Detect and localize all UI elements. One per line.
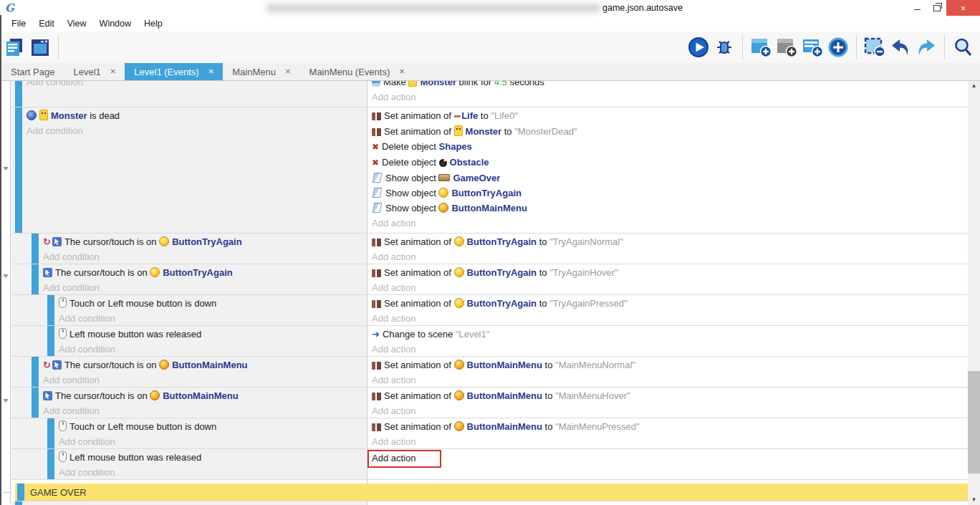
comment-row[interactable]: GAME OVER bbox=[15, 484, 968, 501]
condition-instruction[interactable]: ↻The cursor/touch is on ButtonMainMenu bbox=[43, 357, 367, 372]
event-indent-bar[interactable] bbox=[15, 501, 22, 505]
tab-start-page[interactable]: Start Page bbox=[1, 63, 64, 80]
event-indent-bar[interactable] bbox=[47, 326, 54, 356]
condition-instruction[interactable]: Left mouse button was released bbox=[59, 450, 367, 465]
tab-level1-events[interactable]: Level1 (Events)× bbox=[125, 63, 223, 80]
tab-close-icon[interactable]: × bbox=[285, 63, 291, 80]
tab-close-icon[interactable]: × bbox=[208, 63, 214, 80]
tab-level1[interactable]: Level1× bbox=[64, 63, 125, 80]
add-action-button[interactable]: Add action bbox=[372, 90, 968, 105]
parameter-value: "MonsterDead" bbox=[514, 126, 577, 137]
action-instruction[interactable]: Set animation of ButtonMainMenu to "Main… bbox=[372, 419, 968, 434]
scroll-up-icon[interactable]: ▲ bbox=[968, 80, 980, 91]
add-condition-button[interactable]: Add condition bbox=[43, 403, 367, 418]
action-instruction[interactable]: Set animation of ButtonTryAgain to "TryA… bbox=[372, 265, 968, 280]
tab-label: MainMenu (Events) bbox=[309, 67, 390, 77]
coin-icon bbox=[454, 267, 464, 277]
condition-instruction[interactable]: The cursor/touch is on ButtonMainMenu bbox=[43, 388, 367, 403]
add-condition-button[interactable]: Add condition bbox=[27, 80, 367, 90]
scene-editor-button[interactable] bbox=[27, 34, 53, 61]
add-condition-button[interactable]: Add condition bbox=[59, 434, 367, 448]
remove-event-button[interactable] bbox=[862, 34, 888, 61]
add-action-button[interactable]: Add action bbox=[372, 216, 968, 231]
tab-close-icon[interactable]: × bbox=[110, 63, 116, 80]
scene-icon: ➔ bbox=[372, 327, 380, 342]
menu-item-help[interactable]: Help bbox=[138, 16, 169, 32]
action-instruction[interactable]: ➔Change to scene "Level1" bbox=[372, 327, 968, 342]
menu-item-edit[interactable]: Edit bbox=[32, 16, 61, 32]
action-instruction[interactable]: Show object ButtonMainMenu bbox=[372, 201, 968, 216]
add-action-button[interactable]: Add action bbox=[372, 342, 968, 357]
event-indent-bar[interactable] bbox=[32, 264, 39, 294]
tab-mainmenu-events[interactable]: MainMenu (Events)× bbox=[300, 63, 414, 80]
condition-instruction[interactable]: The cursor/touch is on ButtonTryAgain bbox=[43, 265, 367, 280]
action-instruction[interactable]: Set animation of ButtonTryAgain to "TryA… bbox=[372, 234, 968, 249]
tab-close-icon[interactable]: × bbox=[399, 63, 405, 80]
minimize-button[interactable] bbox=[908, 0, 927, 16]
add-action-button[interactable]: Add action bbox=[372, 280, 968, 295]
undo-button[interactable] bbox=[888, 34, 913, 61]
maximize-button[interactable] bbox=[927, 0, 946, 16]
add-event-button[interactable] bbox=[748, 34, 774, 61]
action-instruction[interactable]: Set animation of •••Life to "Life0" bbox=[372, 108, 968, 124]
menu-item-window[interactable]: Window bbox=[93, 16, 138, 32]
event-indent-bar[interactable] bbox=[47, 449, 54, 479]
action-instruction[interactable]: ✖Delete object Shapes bbox=[372, 139, 968, 155]
collapse-arrow-icon[interactable] bbox=[3, 274, 9, 278]
action-instruction[interactable]: Set animation of ButtonMainMenu to "Main… bbox=[372, 357, 968, 372]
action-instruction[interactable]: Set animation of Monster to "MonsterDead… bbox=[372, 124, 968, 139]
action-instruction[interactable]: Set animation of ButtonMainMenu to "Main… bbox=[372, 388, 968, 403]
add-condition-button[interactable]: Add condition bbox=[43, 280, 367, 294]
vertical-scrollbar[interactable]: ▲ ▼ bbox=[968, 80, 980, 505]
event-indent-bar[interactable] bbox=[47, 418, 54, 448]
add-action-button[interactable]: Add action bbox=[372, 434, 968, 449]
condition-instruction[interactable]: ↻The cursor/touch is on ButtonTryAgain bbox=[43, 234, 367, 249]
coin2-icon bbox=[150, 390, 160, 400]
add-action-button[interactable]: Add action bbox=[372, 311, 968, 326]
add-comment-button[interactable] bbox=[799, 34, 825, 61]
action-instruction[interactable]: Make Monster blink for 4.5 seconds bbox=[372, 80, 968, 90]
action-instruction[interactable]: Show object ButtonTryAgain bbox=[372, 186, 968, 201]
event-indent-bar[interactable] bbox=[17, 484, 24, 501]
event-indent-bar[interactable] bbox=[32, 357, 39, 387]
collapse-arrow-icon[interactable] bbox=[3, 167, 9, 170]
event-indent-bar[interactable] bbox=[47, 295, 54, 325]
close-button[interactable]: × bbox=[946, 0, 980, 16]
add-condition-button[interactable]: Add condition bbox=[27, 123, 367, 138]
add-action-highlight-box[interactable]: Add action bbox=[368, 450, 441, 468]
condition-instruction[interactable]: Touch or Left mouse button is down bbox=[59, 296, 367, 311]
toolbar-separator bbox=[856, 35, 857, 59]
scrollbar-thumb[interactable] bbox=[968, 371, 980, 473]
add-condition-button[interactable]: Add condition bbox=[59, 465, 367, 479]
add-item-button[interactable] bbox=[825, 34, 851, 61]
add-action-button[interactable]: Add action bbox=[372, 249, 968, 264]
redo-button[interactable] bbox=[913, 34, 939, 61]
menu-item-view[interactable]: View bbox=[61, 16, 93, 32]
add-condition-button[interactable]: Add condition bbox=[59, 342, 367, 356]
scroll-down-icon[interactable]: ▼ bbox=[968, 494, 980, 505]
event-indent-bar[interactable] bbox=[15, 107, 22, 233]
preview-play-button[interactable] bbox=[686, 34, 711, 61]
action-instruction[interactable]: ✖Delete object Obstacle bbox=[372, 155, 968, 170]
tab-mainmenu[interactable]: MainMenu× bbox=[223, 63, 299, 80]
add-subevent-button[interactable] bbox=[774, 34, 799, 61]
add-action-button[interactable]: Add action bbox=[372, 450, 968, 468]
event-indent-bar[interactable] bbox=[32, 388, 39, 418]
condition-instruction[interactable]: Monster is dead bbox=[27, 108, 367, 123]
condition-instruction[interactable]: Touch or Left mouse button is down bbox=[59, 419, 367, 434]
action-instruction[interactable]: Set animation of ButtonTryAgain to "TryA… bbox=[372, 296, 968, 311]
event-indent-bar[interactable] bbox=[32, 234, 39, 264]
action-instruction[interactable]: Show object GameOver bbox=[372, 170, 968, 186]
add-action-button[interactable]: Add action bbox=[372, 372, 968, 388]
add-condition-button[interactable]: Add condition bbox=[43, 249, 367, 264]
add-condition-button[interactable]: Add condition bbox=[59, 311, 367, 325]
event-indent-bar[interactable] bbox=[15, 80, 22, 107]
add-condition-button[interactable]: Add condition bbox=[43, 372, 367, 387]
collapse-arrow-icon[interactable] bbox=[3, 399, 9, 403]
condition-instruction[interactable]: Left mouse button was released bbox=[59, 327, 367, 342]
project-manager-button[interactable] bbox=[1, 34, 27, 61]
debugger-button[interactable] bbox=[711, 34, 737, 61]
menu-item-file[interactable]: File bbox=[5, 16, 32, 32]
search-button[interactable] bbox=[950, 34, 976, 61]
add-action-button[interactable]: Add action bbox=[372, 403, 968, 418]
